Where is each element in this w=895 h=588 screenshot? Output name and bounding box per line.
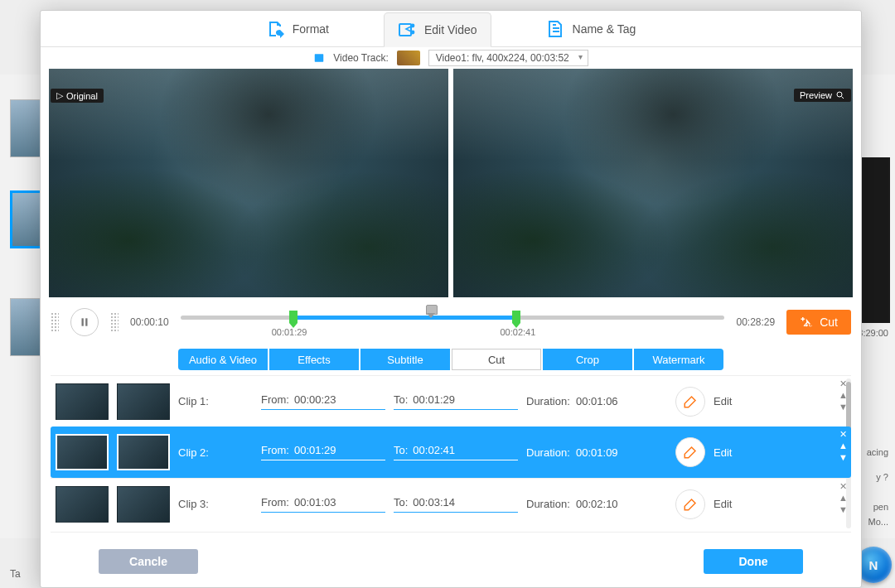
- total-time: 00:28:29: [736, 316, 775, 328]
- bg-right-item-1: y ?: [876, 472, 888, 482]
- clip-duration: Duration: 00:02:10: [526, 498, 667, 510]
- clip-to-field: To: 00:01:29: [394, 393, 518, 410]
- clip-duration: Duration: 00:01:09: [526, 446, 667, 459]
- clip-name: Clip 3:: [178, 498, 253, 510]
- done-button[interactable]: Done: [704, 549, 803, 574]
- tab-name-tag[interactable]: Name & Tag: [533, 12, 650, 46]
- from-value[interactable]: 00:00:23: [294, 393, 336, 406]
- clip-close-icon[interactable]: ✕: [839, 379, 847, 388]
- to-label: To:: [394, 444, 408, 456]
- duration-value: 00:02:10: [576, 498, 618, 510]
- duration-value: 00:01:09: [576, 446, 618, 459]
- preview-badge[interactable]: Preview: [794, 89, 851, 102]
- edit-tabs: Audio & Video Effects Subtitle Cut Crop …: [41, 347, 861, 375]
- clip-thumb-a: [56, 434, 109, 470]
- name-tag-icon: [546, 19, 566, 39]
- tab-format-label: Format: [293, 22, 329, 36]
- from-value[interactable]: 00:01:29: [294, 444, 336, 456]
- clip-move-up-icon[interactable]: ▲: [839, 441, 848, 450]
- to-label: To:: [394, 393, 408, 406]
- to-value[interactable]: 00:02:41: [413, 444, 455, 456]
- edit-tab-subtitle[interactable]: Subtitle: [360, 349, 450, 370]
- cut-button[interactable]: Cut: [786, 310, 851, 335]
- bg-bottom-label: Ta: [10, 568, 43, 580]
- edit-tab-effects[interactable]: Effects: [269, 349, 359, 370]
- pause-icon: [79, 316, 90, 328]
- pencil-icon: [683, 445, 698, 460]
- video-track-select[interactable]: Video1: flv, 400x224, 00:03:52: [428, 50, 588, 66]
- pencil-icon: [683, 394, 698, 409]
- clip-row-controls: ✕ ▲ ▼: [839, 430, 848, 461]
- to-label: To:: [394, 496, 408, 508]
- svg-rect-0: [399, 24, 411, 36]
- track-selection: [289, 316, 518, 320]
- original-preview-pane[interactable]: [49, 69, 448, 297]
- clip-move-down-icon[interactable]: ▼: [839, 402, 848, 411]
- clip-edit-label: Edit: [714, 446, 743, 459]
- in-time-label: 00:01:29: [272, 327, 307, 337]
- from-label: From:: [261, 393, 289, 406]
- clip-row-controls: ✕ ▲ ▼: [839, 379, 848, 411]
- edit-tab-crop[interactable]: Crop: [543, 349, 632, 370]
- from-value[interactable]: 00:01:03: [294, 496, 336, 508]
- svg-rect-5: [82, 318, 84, 325]
- to-value[interactable]: 00:01:29: [413, 393, 455, 406]
- clip-thumb-b: [117, 383, 170, 420]
- clip-thumb-b: [117, 434, 170, 470]
- edit-tab-audio-video[interactable]: Audio & Video: [178, 349, 268, 370]
- clip-move-up-icon[interactable]: ▲: [839, 391, 848, 399]
- clip-edit-button[interactable]: [675, 489, 705, 519]
- format-icon: [266, 19, 286, 39]
- to-value[interactable]: 00:03:14: [413, 496, 455, 508]
- pencil-icon: [683, 497, 698, 512]
- clip-close-icon[interactable]: ✕: [839, 430, 847, 438]
- edit-video-dialog: Format Edit Video Name & Tag Video Track…: [40, 10, 862, 588]
- dialog-tabs: Format Edit Video Name & Tag: [41, 11, 861, 47]
- clip-move-down-icon[interactable]: ▼: [839, 505, 848, 513]
- in-handle[interactable]: [289, 311, 298, 323]
- timeline-track[interactable]: 00:01:29 00:02:41: [181, 307, 725, 337]
- clip-thumb-a: [56, 383, 109, 420]
- from-label: From:: [261, 444, 289, 456]
- grip-left[interactable]: [51, 312, 59, 332]
- tab-format[interactable]: Format: [253, 12, 342, 46]
- tab-edit-video[interactable]: Edit Video: [384, 12, 491, 47]
- edit-tab-cut[interactable]: Cut: [452, 349, 541, 370]
- playhead[interactable]: [426, 305, 436, 315]
- clip-edit-button[interactable]: [675, 387, 705, 417]
- edit-video-icon: [398, 20, 418, 40]
- play-pause-button[interactable]: [70, 308, 99, 336]
- tab-name-tag-label: Name & Tag: [573, 22, 636, 36]
- clip-edit-button[interactable]: [675, 437, 705, 467]
- bg-right-item-3: Mo...: [868, 517, 888, 527]
- original-badge: ▷ Original: [51, 89, 104, 103]
- clip-close-icon[interactable]: ✕: [839, 482, 847, 490]
- preview-area: [49, 69, 853, 297]
- out-handle[interactable]: [512, 311, 520, 323]
- bg-right-preview: [860, 157, 890, 323]
- clip-to-field: To: 00:03:14: [394, 496, 518, 513]
- from-label: From:: [261, 496, 289, 508]
- magnify-icon: [835, 90, 845, 100]
- clip-from-field: From: 00:01:03: [261, 496, 385, 513]
- clip-thumb-a: [56, 486, 109, 523]
- clip-row[interactable]: Clip 3: From: 00:01:03 To: 00:03:14 Dura…: [51, 478, 851, 529]
- clip-move-down-icon[interactable]: ▼: [839, 453, 848, 461]
- duration-label: Duration:: [526, 498, 570, 510]
- clip-move-up-icon[interactable]: ▲: [839, 494, 848, 502]
- bg-right-item-2: pen: [873, 502, 888, 512]
- bg-right-item-0: acing: [867, 447, 888, 457]
- edit-tab-watermark[interactable]: Watermark: [634, 349, 723, 370]
- current-time: 00:00:10: [130, 316, 169, 328]
- dialog-footer: Cancle Done: [41, 544, 861, 587]
- clip-row[interactable]: Clip 1: From: 00:00:23 To: 00:01:29 Dura…: [51, 375, 851, 427]
- preview-label: Preview: [800, 90, 832, 100]
- play-small-icon: ▷: [56, 90, 63, 101]
- grip-right[interactable]: [110, 312, 119, 332]
- cancel-button[interactable]: Cancle: [99, 549, 198, 574]
- svg-point-4: [837, 92, 842, 97]
- video-track-value: Video1: flv, 400x224, 00:03:52: [436, 52, 569, 64]
- result-preview-pane[interactable]: [453, 69, 853, 297]
- clip-name: Clip 2:: [178, 446, 253, 459]
- clip-row[interactable]: Clip 2: From: 00:01:29 To: 00:02:41 Dura…: [51, 427, 851, 478]
